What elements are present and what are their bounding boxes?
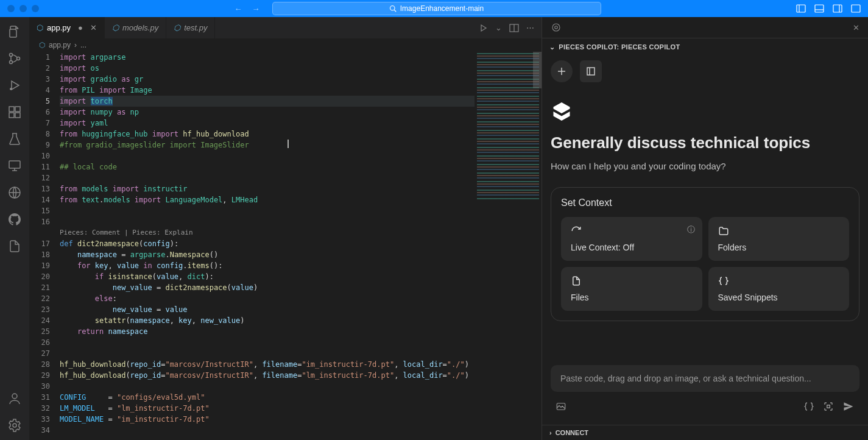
source-control-icon[interactable] (7, 51, 22, 66)
tile-label: Live Context: Off (571, 243, 693, 252)
svg-point-8 (10, 88, 12, 90)
snippets-tile[interactable]: Saved Snippets (708, 267, 850, 311)
editor-area: ⬡ app.py ● ✕ ⬡ models.py ⬡ test.py ⌄ ⋯ ⬡ (29, 17, 542, 440)
editor-tabs: ⬡ app.py ● ✕ ⬡ models.py ⬡ test.py ⌄ ⋯ (29, 17, 542, 38)
nav-back-button[interactable]: ← (235, 4, 242, 13)
zoom-window-button[interactable] (32, 5, 39, 12)
pieces-logo-icon (551, 101, 859, 122)
accounts-icon[interactable] (7, 391, 22, 406)
tile-label: Folders (718, 243, 840, 252)
command-center-search[interactable]: ImageEnhancement-main (272, 2, 601, 15)
github-icon[interactable] (7, 212, 22, 227)
python-file-icon: ⬡ (112, 23, 119, 32)
section-title: PIECES COPILOT: PIECES COPILOT (559, 43, 680, 51)
breadcrumb[interactable]: ⬡ app.py › ... (29, 38, 542, 52)
copilot-panel: ✕ ⌄ PIECES COPILOT: PIECES COPILOT Gener… (542, 17, 868, 440)
code-brackets-icon[interactable] (803, 401, 814, 412)
svg-point-6 (10, 61, 13, 64)
pieces-tab-icon[interactable] (551, 22, 562, 33)
testing-icon[interactable] (7, 132, 22, 146)
tab-dirty-indicator[interactable]: ● (78, 23, 83, 32)
svg-point-7 (17, 57, 20, 60)
run-dropdown-icon[interactable]: ⌄ (495, 23, 502, 32)
svg-rect-11 (15, 113, 20, 118)
svg-point-19 (555, 26, 558, 29)
run-button-icon[interactable] (478, 23, 488, 33)
scan-icon[interactable] (823, 401, 834, 412)
set-context-card: Set Context ⓘ Live Context: Off Folders … (551, 187, 859, 321)
text-cursor-icon (288, 140, 289, 148)
svg-rect-13 (9, 161, 20, 168)
chevron-right-icon: › (549, 429, 552, 436)
tab-models-py[interactable]: ⬡ models.py (105, 17, 166, 38)
copilot-subheading: How can I help you and your coding today… (551, 161, 859, 171)
chat-image-icon[interactable] (556, 401, 566, 412)
connect-section-header[interactable]: › CONNECT (542, 425, 868, 440)
activity-bar (0, 17, 29, 440)
tile-label: Saved Snippets (718, 293, 840, 302)
copilot-input[interactable]: Paste code, drag and drop an image, or a… (551, 365, 859, 392)
tab-test-py[interactable]: ⬡ test.py (166, 17, 215, 38)
layout-panel-icon[interactable] (814, 4, 824, 13)
search-text: ImageEnhancement-main (400, 4, 484, 13)
layout-secondary-sidebar-icon[interactable] (833, 4, 842, 13)
svg-rect-3 (833, 5, 842, 12)
close-panel-icon[interactable]: ✕ (853, 23, 859, 32)
layout-primary-sidebar-icon[interactable] (796, 4, 806, 13)
explorer-icon[interactable] (7, 24, 22, 39)
breadcrumb-file: app.py (49, 41, 71, 49)
svg-point-5 (10, 54, 13, 57)
tab-label: models.py (122, 23, 158, 32)
folders-tile[interactable]: Folders (708, 217, 850, 261)
context-title: Set Context (561, 197, 849, 208)
input-placeholder: Paste code, drag and drop an image, or a… (560, 374, 811, 383)
send-button-icon[interactable] (842, 400, 855, 413)
info-icon[interactable]: ⓘ (687, 224, 695, 235)
new-chat-button[interactable] (551, 60, 573, 82)
code-content[interactable]: import argparseimport osimport gradio as… (60, 52, 475, 440)
python-file-icon: ⬡ (174, 23, 180, 32)
files-tile[interactable]: Files (561, 267, 702, 311)
svg-rect-2 (815, 5, 824, 12)
copilot-section-header[interactable]: ⌄ PIECES COPILOT: PIECES COPILOT (542, 38, 868, 55)
files-activity-icon[interactable] (7, 239, 22, 254)
python-file-icon: ⬡ (39, 41, 45, 49)
live-context-tile[interactable]: ⓘ Live Context: Off (561, 217, 702, 261)
tab-app-py[interactable]: ⬡ app.py ● ✕ (29, 17, 105, 38)
close-tab-icon[interactable]: ✕ (90, 23, 97, 32)
panel-icon (586, 66, 596, 76)
panel-layout-button[interactable] (580, 60, 602, 82)
tile-label: Files (571, 293, 693, 302)
file-icon (571, 275, 582, 286)
code-editor[interactable]: 1234567891011121314151617181920212223242… (29, 52, 542, 440)
minimap[interactable] (475, 52, 542, 440)
more-actions-icon[interactable]: ⋯ (526, 23, 534, 32)
run-debug-icon[interactable] (7, 78, 22, 93)
svg-rect-12 (15, 107, 20, 112)
code-brackets-icon (718, 275, 729, 286)
nav-forward-button[interactable]: → (252, 4, 260, 13)
chevron-down-icon: ⌄ (549, 43, 555, 51)
settings-gear-icon[interactable] (7, 418, 22, 433)
customize-layout-icon[interactable] (851, 4, 861, 13)
extensions-icon[interactable] (7, 105, 22, 119)
plus-icon (557, 66, 566, 76)
minimap-scrollbar[interactable] (533, 52, 542, 88)
svg-point-0 (390, 6, 395, 11)
split-editor-icon[interactable] (509, 23, 519, 33)
svg-rect-4 (852, 5, 860, 12)
pieces-icon[interactable] (7, 185, 22, 200)
svg-point-16 (13, 424, 16, 427)
search-icon (389, 5, 397, 12)
breadcrumb-more: ... (80, 41, 86, 49)
svg-point-18 (552, 24, 560, 31)
breadcrumb-separator: › (74, 41, 77, 49)
remote-explorer-icon[interactable] (7, 158, 22, 173)
python-file-icon: ⬡ (37, 23, 43, 32)
copilot-heading: Generally discuss technical topics (551, 133, 859, 152)
folder-icon (718, 225, 729, 236)
svg-point-15 (12, 394, 17, 399)
minimize-window-button[interactable] (19, 5, 27, 12)
svg-rect-20 (587, 68, 595, 75)
close-window-button[interactable] (7, 5, 15, 12)
